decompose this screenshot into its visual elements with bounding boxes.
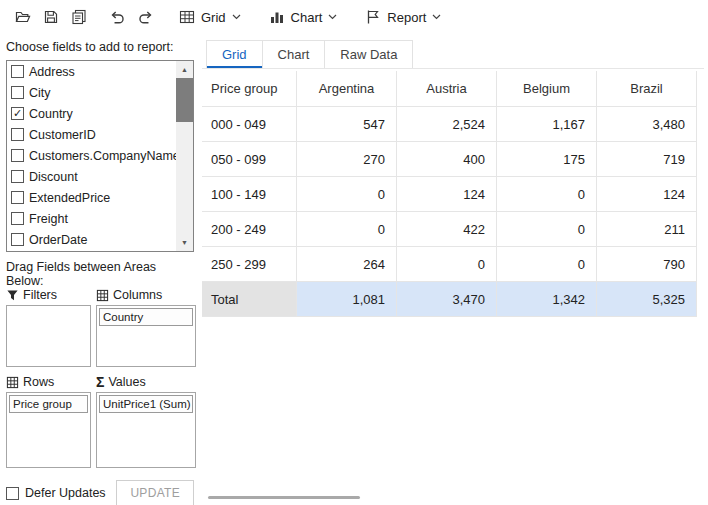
- drop-areas: Filters Columns Country Rows Σ Values Pr…: [6, 280, 196, 468]
- defer-updates-checkbox[interactable]: [6, 487, 19, 500]
- area-label-text: Columns: [113, 288, 162, 302]
- grid-icon: [179, 9, 195, 25]
- grid-menu[interactable]: Grid: [172, 5, 248, 29]
- save-button[interactable]: [38, 4, 64, 30]
- redo-icon: [137, 9, 154, 26]
- table-row: 200 - 24904220211: [202, 212, 697, 247]
- tab-raw-data[interactable]: Raw Data: [324, 40, 413, 68]
- field-label: Address: [29, 65, 75, 79]
- update-button[interactable]: UPDATE: [116, 480, 194, 505]
- filters-drop-area[interactable]: [6, 305, 91, 367]
- field-list-scrollbar[interactable]: ▲ ▼: [176, 61, 193, 251]
- field-checkbox[interactable]: ✓: [11, 107, 24, 120]
- field-item[interactable]: Customers.CompanyName: [7, 145, 176, 166]
- value-cell: 3,470: [397, 282, 497, 317]
- field-item[interactable]: OrderDate: [7, 229, 176, 250]
- value-cell: 124: [397, 177, 497, 212]
- area-label-text: Filters: [23, 288, 57, 302]
- chart-icon: [269, 9, 285, 25]
- value-cell: 5,325: [597, 282, 697, 317]
- field-item[interactable]: Address: [7, 61, 176, 82]
- field-label: Freight: [29, 212, 68, 226]
- column-header: Belgium: [497, 71, 597, 107]
- field-checkbox[interactable]: [11, 212, 24, 225]
- undo-icon: [109, 9, 126, 26]
- table-row: 100 - 14901240124: [202, 177, 697, 212]
- field-chip[interactable]: UnitPrice1 (Sum): [99, 395, 193, 413]
- total-row: Total1,0813,4701,3425,325: [202, 282, 697, 317]
- field-checkbox[interactable]: [11, 149, 24, 162]
- filters-area-label: Filters: [6, 285, 91, 305]
- pivot-body: 000 - 0495472,5241,1673,480050 - 0992704…: [202, 107, 697, 317]
- values-area-label: Σ Values: [96, 372, 196, 392]
- tab-chart[interactable]: Chart: [262, 40, 326, 68]
- report-icon: [365, 9, 381, 25]
- columns-drop-area[interactable]: Country: [96, 305, 196, 367]
- value-cell: 175: [497, 142, 597, 177]
- chevron-down-icon: [328, 14, 337, 20]
- scroll-up-arrow[interactable]: ▲: [176, 61, 193, 78]
- value-cell: 0: [497, 212, 597, 247]
- chart-menu-label: Chart: [291, 10, 323, 25]
- value-cell: 1,167: [497, 107, 597, 142]
- field-item[interactable]: CustomerID: [7, 124, 176, 145]
- field-item[interactable]: Discount: [7, 166, 176, 187]
- columns-area-label: Columns: [96, 285, 196, 305]
- field-list-items: AddressCity✓CountryCustomerIDCustomers.C…: [7, 61, 176, 250]
- field-list[interactable]: AddressCity✓CountryCustomerIDCustomers.C…: [6, 60, 194, 252]
- row-label: 250 - 299: [202, 247, 297, 282]
- field-checkbox[interactable]: [11, 65, 24, 78]
- folder-open-icon: [15, 9, 31, 25]
- save-as-button[interactable]: [66, 4, 92, 30]
- tab-grid[interactable]: Grid: [206, 40, 263, 68]
- field-checkbox[interactable]: [11, 170, 24, 183]
- area-label-text: Rows: [23, 375, 54, 389]
- defer-updates-row: Defer Updates UPDATE: [6, 480, 194, 505]
- table-row: 250 - 29926400790: [202, 247, 697, 282]
- field-item[interactable]: ✓Country: [7, 103, 176, 124]
- sigma-icon: Σ: [96, 375, 104, 389]
- horizontal-scrollbar[interactable]: [208, 496, 360, 499]
- columns-grid-icon: [96, 289, 109, 302]
- value-cell: 719: [597, 142, 697, 177]
- field-item[interactable]: Freight: [7, 208, 176, 229]
- value-cell: 0: [297, 177, 397, 212]
- grid-menu-label: Grid: [201, 10, 226, 25]
- value-cell: 790: [597, 247, 697, 282]
- report-menu[interactable]: Report: [358, 5, 448, 29]
- row-label: 200 - 249: [202, 212, 297, 247]
- area-label-text: Values: [108, 375, 145, 389]
- field-panel: Choose fields to add to report: AddressC…: [6, 40, 196, 502]
- undo-button[interactable]: [104, 4, 130, 30]
- value-cell: 0: [297, 212, 397, 247]
- rows-drop-area[interactable]: Price group: [6, 392, 91, 468]
- field-chip[interactable]: Price group: [9, 395, 88, 413]
- column-header: Price group: [202, 71, 297, 107]
- drag-areas-label: Drag Fields between Areas Below:: [6, 260, 196, 278]
- chart-menu[interactable]: Chart: [262, 5, 345, 29]
- redo-button[interactable]: [132, 4, 158, 30]
- field-item[interactable]: City: [7, 82, 176, 103]
- field-label: CustomerID: [29, 128, 96, 142]
- field-label: OrderDate: [29, 233, 87, 247]
- field-checkbox[interactable]: [11, 233, 24, 246]
- defer-updates-label: Defer Updates: [25, 486, 106, 500]
- values-drop-area[interactable]: UnitPrice1 (Sum): [96, 392, 196, 468]
- value-cell: 124: [597, 177, 697, 212]
- field-checkbox[interactable]: [11, 191, 24, 204]
- row-label: 100 - 149: [202, 177, 297, 212]
- field-item[interactable]: ExtendedPrice: [7, 187, 176, 208]
- table-row: 000 - 0495472,5241,1673,480: [202, 107, 697, 142]
- chevron-down-icon: [432, 14, 441, 20]
- value-cell: 270: [297, 142, 397, 177]
- open-button[interactable]: [10, 4, 36, 30]
- scrollbar-thumb[interactable]: [176, 78, 193, 122]
- value-cell: 2,524: [397, 107, 497, 142]
- field-checkbox[interactable]: [11, 128, 24, 141]
- row-label: 050 - 099: [202, 142, 297, 177]
- field-chip[interactable]: Country: [99, 308, 193, 326]
- scroll-down-arrow[interactable]: ▼: [176, 234, 193, 251]
- tab-strip: GridChartRaw Data: [202, 40, 704, 69]
- field-checkbox[interactable]: [11, 86, 24, 99]
- toolbar: Grid Chart Report: [0, 0, 708, 34]
